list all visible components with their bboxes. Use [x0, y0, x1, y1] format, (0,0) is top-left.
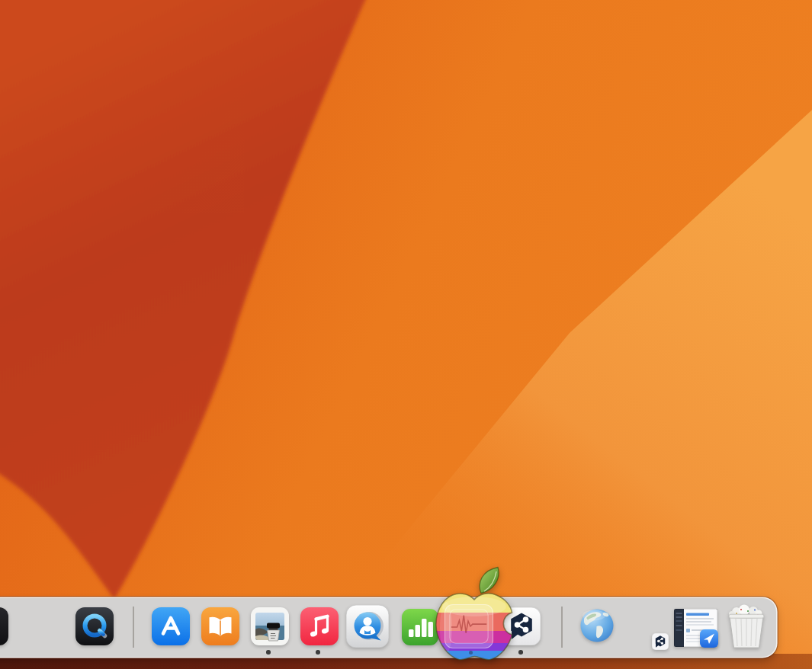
dock-item-trash-icon[interactable] [723, 604, 770, 650]
dock-item-music-icon[interactable] [300, 607, 339, 645]
dock-item-person-chat-icon[interactable] [346, 605, 389, 648]
dock-item-app-store-icon[interactable] [152, 607, 190, 645]
ghost-waveform-app-slot[interactable] [445, 604, 493, 648]
dock-item-globe-icon[interactable] [576, 605, 618, 646]
dock-item-partial-app-icon[interactable] [0, 607, 8, 645]
dock-item-mini-hexagon-chat-icon[interactable] [652, 633, 669, 650]
running-dot-music [316, 650, 320, 655]
dock-item-books-icon[interactable] [201, 607, 239, 645]
running-dot-preview [266, 650, 271, 655]
paper-plane-badge-icon[interactable] [700, 629, 718, 648]
wallpaper-corner-glow [0, 0, 244, 213]
apple-leaf [480, 568, 499, 594]
dock-divider-right [561, 607, 563, 648]
macos-desktop [0, 0, 812, 669]
dock-item-preview-icon[interactable] [251, 607, 289, 645]
dock-item-quicktime-icon[interactable] [75, 607, 114, 645]
running-dot-ghost-app [469, 651, 473, 655]
dock-divider-left [133, 607, 134, 648]
desktop-wallpaper [0, 0, 812, 669]
